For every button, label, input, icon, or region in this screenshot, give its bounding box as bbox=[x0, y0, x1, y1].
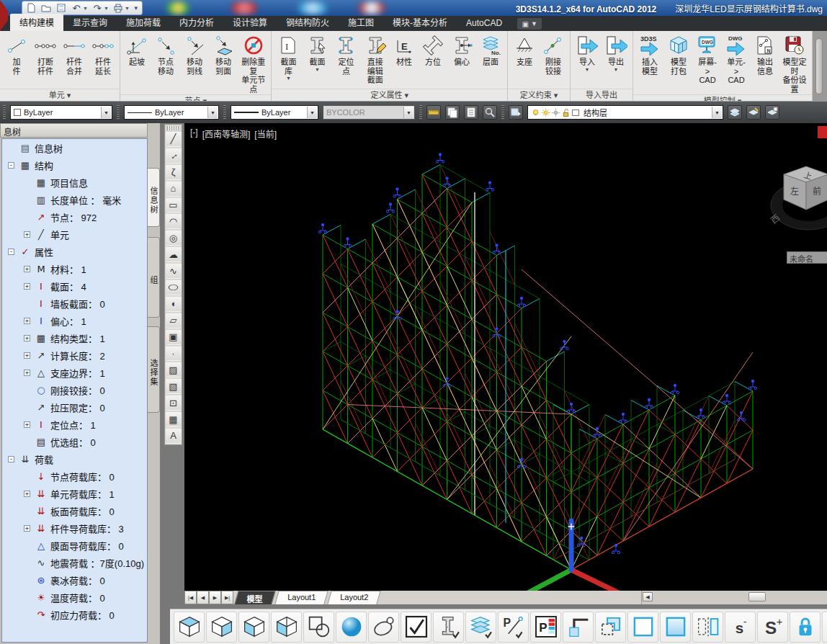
last-tab-button[interactable]: ▶| bbox=[221, 591, 233, 604]
toolbar-grip[interactable] bbox=[419, 105, 422, 120]
move-to-face-button[interactable]: 移动到面 bbox=[209, 32, 238, 76]
tree-item-attributes[interactable]: -✓属性 bbox=[2, 243, 147, 260]
tab-display-query[interactable]: 显示查询 bbox=[63, 14, 117, 31]
tree-item-support-boundary[interactable]: +△支座边界： 1 bbox=[2, 364, 147, 381]
ribbon-scroll-strip[interactable] bbox=[813, 31, 827, 102]
rectangle-tool[interactable]: ▭ bbox=[166, 197, 182, 213]
tree-item-ice-load[interactable]: ⊛裹冰荷载： 0 bbox=[2, 571, 147, 589]
tab-module-basic-analysis[interactable]: 模块-基本分析 bbox=[383, 14, 457, 31]
next-tab-button[interactable]: ▶ bbox=[209, 591, 221, 604]
panel-define-properties-label[interactable]: 定义属性 ▾ bbox=[272, 89, 507, 101]
unit-to-cad-button[interactable]: DWG单元->CAD bbox=[722, 32, 751, 86]
ellipse-tool[interactable]: ◯ bbox=[166, 279, 182, 295]
tree-item-node-count[interactable]: ↗节点： 972 bbox=[2, 208, 147, 225]
tree-item-member-load-lib[interactable]: +⇊杆件导荷载库： 3 bbox=[2, 519, 147, 537]
insert-model-button[interactable]: 3D3S插入模型 bbox=[635, 32, 664, 76]
line-tool[interactable]: ╱ bbox=[166, 131, 182, 147]
layer-combobox[interactable]: 结构层▼ bbox=[527, 105, 723, 120]
layer-previous-icon[interactable] bbox=[509, 105, 523, 120]
qat-overflow-icon[interactable]: ▼ bbox=[133, 5, 139, 12]
tree-expander[interactable]: - bbox=[8, 249, 14, 255]
tree-expander[interactable]: + bbox=[24, 352, 30, 359]
tree-item-plate-load-lib[interactable]: ⇊板面荷载库： 0 bbox=[2, 502, 147, 519]
tree-item-tension-limit[interactable]: ↗拉压限定： 0 bbox=[2, 398, 147, 416]
import-button[interactable]: 导入▼ bbox=[573, 32, 602, 73]
tree-item-length-unit[interactable]: ▥长度单位 ： 毫米 bbox=[2, 191, 147, 208]
delete-duplicate-button[interactable]: 删除重复单元节点 bbox=[238, 32, 269, 94]
chevron-down-icon[interactable]: ▼ bbox=[101, 107, 111, 118]
tab-internal-force[interactable]: 内力分析 bbox=[170, 14, 223, 31]
tree-item-preferred-group[interactable]: ▤优选组： 0 bbox=[2, 433, 147, 450]
rigid-hinge-button[interactable]: 刚接铰接 bbox=[539, 32, 568, 76]
zoom-extents-button[interactable] bbox=[595, 612, 626, 643]
tree-expander[interactable]: + bbox=[24, 335, 30, 341]
toolbar-grip[interactable] bbox=[167, 126, 179, 130]
tree-item-material[interactable]: +M材料： 1 bbox=[2, 260, 147, 277]
panel-define-constraints-label[interactable]: 定义约束 ▾ bbox=[508, 89, 570, 101]
prev-tab-button[interactable]: ◀ bbox=[197, 591, 209, 604]
list-icon[interactable] bbox=[464, 105, 478, 120]
view-side-button[interactable] bbox=[238, 612, 269, 643]
chevron-down-icon[interactable]: ▼ bbox=[125, 6, 130, 11]
print-icon[interactable] bbox=[112, 2, 124, 14]
tree-expander[interactable]: + bbox=[24, 525, 30, 532]
scroll-left-icon[interactable]: ◀ bbox=[643, 592, 653, 601]
tree-item-structure[interactable]: -▦结构 bbox=[2, 156, 147, 174]
scale-up-button[interactable]: S+ bbox=[757, 612, 788, 643]
section-check-button[interactable] bbox=[433, 612, 464, 643]
circle-tool[interactable]: ◎ bbox=[166, 230, 182, 246]
add-member-button[interactable]: 加件 bbox=[2, 32, 31, 76]
tree-expander[interactable]: + bbox=[24, 231, 30, 238]
toolbar-grip[interactable] bbox=[117, 105, 120, 120]
support-button[interactable]: 支座 bbox=[510, 32, 539, 68]
profile-settings-button[interactable]: P bbox=[530, 612, 561, 643]
chevron-down-icon[interactable]: ▼ bbox=[712, 107, 722, 118]
tree-item-rigid-hinge[interactable]: ○刚接铰接： 0 bbox=[2, 381, 147, 398]
orientation-button[interactable]: 方位 bbox=[419, 32, 447, 68]
tab-design-check[interactable]: 设计验算 bbox=[223, 14, 277, 31]
tree-item-initial-stress-load[interactable]: ↷初应力荷载： 0 bbox=[2, 606, 147, 623]
new-file-icon[interactable] bbox=[25, 2, 37, 14]
merge-member-button[interactable]: 杆件合并 bbox=[60, 32, 89, 76]
panel-element-label[interactable]: 单元 ▾ bbox=[0, 89, 120, 101]
tree-expander[interactable]: + bbox=[24, 266, 30, 272]
tab-apply-loads[interactable]: 施加荷载 bbox=[117, 14, 170, 31]
offset-button[interactable]: 偏心 bbox=[447, 32, 476, 68]
tab-construction-drawing[interactable]: 施工图 bbox=[339, 14, 383, 31]
material-button[interactable]: E材性 bbox=[390, 32, 419, 68]
tree-expander[interactable]: - bbox=[8, 162, 14, 169]
view-front-button[interactable] bbox=[206, 612, 237, 643]
tree-item-membrane-load-lib[interactable]: △膜面导荷载库： 0 bbox=[2, 537, 147, 554]
chevron-down-icon[interactable]: ▼ bbox=[83, 6, 88, 11]
side-tab-group[interactable]: 组 bbox=[148, 237, 160, 318]
view-selector-dropdown[interactable]: 未命名 ▼ bbox=[787, 251, 827, 264]
insert-block-tool[interactable]: ▱ bbox=[166, 313, 182, 328]
layer-isolate-icon[interactable] bbox=[746, 105, 761, 120]
section-button[interactable]: 截面▼ bbox=[303, 32, 331, 73]
panel-model-control-label[interactable]: 模型控制 ▾ bbox=[633, 94, 812, 102]
viewport-style-control[interactable]: [当前] bbox=[254, 128, 277, 140]
render-sphere-button[interactable] bbox=[336, 612, 367, 643]
tab-overflow-button[interactable]: ▣▼ bbox=[517, 18, 542, 30]
region-tool[interactable]: ⊡ bbox=[166, 395, 182, 411]
tree-item-offset[interactable]: +I偏心： 1 bbox=[2, 312, 147, 329]
tree-expander[interactable]: + bbox=[24, 370, 30, 376]
zoom-object-icon[interactable] bbox=[483, 105, 497, 120]
toolbar-grip[interactable] bbox=[223, 105, 226, 120]
section-library-button[interactable]: I截面库▼ bbox=[274, 32, 303, 81]
axis-check-button[interactable]: P bbox=[498, 612, 529, 643]
panel-import-export-label[interactable]: 导入导出 bbox=[571, 89, 632, 101]
export-button[interactable]: 导出▼ bbox=[602, 32, 630, 73]
tree-item-node-load-lib[interactable]: ↓节点荷载库： 0 bbox=[2, 468, 147, 485]
ellipse-arc-tool[interactable]: ◖ bbox=[166, 296, 182, 312]
hatch-tool[interactable]: ▨ bbox=[166, 362, 182, 377]
text-tool[interactable]: A bbox=[166, 428, 182, 444]
region-overlap-button[interactable] bbox=[303, 612, 334, 643]
construction-line-tool[interactable]: ↔ bbox=[166, 148, 182, 164]
view-iso-button[interactable] bbox=[271, 612, 302, 643]
tab-layout1[interactable]: Layout1 bbox=[274, 591, 328, 604]
tree-item-element-load-lib[interactable]: +⇊单元荷载库： 1 bbox=[2, 485, 147, 502]
tab-autocad[interactable]: AutoCAD bbox=[457, 16, 511, 31]
viewcube-left-label[interactable]: 左 bbox=[790, 186, 799, 197]
tree-expander[interactable]: + bbox=[24, 318, 30, 324]
